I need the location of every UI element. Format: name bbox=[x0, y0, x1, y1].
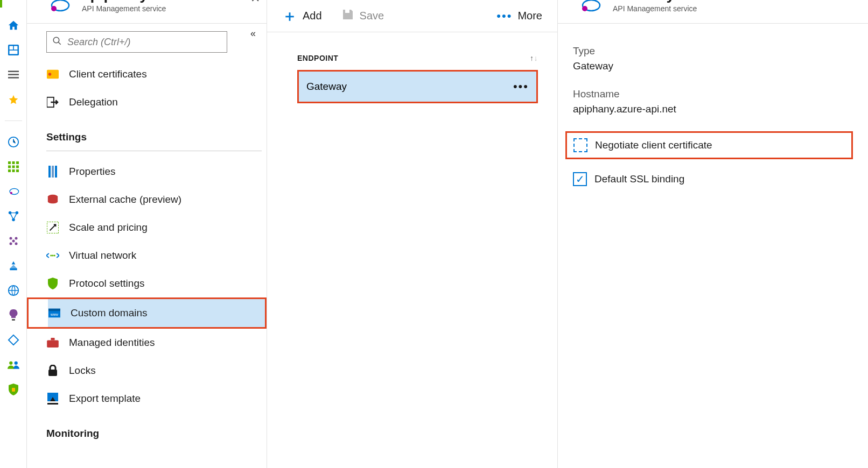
nav-item-label: Export template bbox=[69, 393, 141, 405]
list-icon[interactable] bbox=[8, 69, 19, 81]
nav-item-label: Delegation bbox=[69, 96, 118, 108]
dashboard-icon[interactable] bbox=[8, 44, 19, 56]
svg-rect-38 bbox=[48, 166, 51, 178]
nav-virtual-network[interactable]: Virtual network bbox=[46, 242, 267, 270]
nav-export-template[interactable]: Export template bbox=[46, 385, 267, 413]
resource-nav-column: apiphany - Custom domains API Management… bbox=[27, 0, 267, 468]
detail-title: Gateway bbox=[613, 0, 697, 3]
svg-point-36 bbox=[48, 73, 52, 76]
svg-rect-10 bbox=[16, 161, 19, 164]
collapse-nav-button[interactable]: « bbox=[250, 28, 256, 39]
nav-header: apiphany - Custom domains API Management… bbox=[27, 0, 267, 24]
close-button[interactable]: ✕ bbox=[248, 0, 262, 8]
default-ssl-row: ✓ Default SSL binding bbox=[573, 172, 853, 186]
svg-rect-1 bbox=[9, 46, 13, 50]
svg-point-45 bbox=[54, 254, 55, 256]
shield-icon[interactable] bbox=[8, 384, 19, 395]
negotiate-label: Negotiate client certificate bbox=[595, 139, 712, 151]
type-value: Gateway bbox=[573, 60, 853, 72]
negotiate-client-cert-checkbox[interactable] bbox=[573, 138, 587, 152]
cloud-icon[interactable] bbox=[8, 186, 19, 197]
type-label: Type bbox=[573, 45, 853, 57]
left-icon-rail bbox=[0, 0, 27, 468]
svg-point-23 bbox=[15, 237, 17, 240]
svg-rect-3 bbox=[9, 51, 17, 54]
nav-protocol-settings[interactable]: Protocol settings bbox=[46, 270, 267, 297]
more-button[interactable]: ••• More bbox=[496, 9, 542, 23]
nav-section-settings: Settings bbox=[46, 116, 267, 146]
vnet-icon bbox=[46, 249, 59, 262]
properties-icon bbox=[46, 165, 59, 178]
nav-item-label: External cache (preview) bbox=[69, 194, 181, 205]
svg-rect-2 bbox=[13, 46, 17, 50]
save-button[interactable]: Save bbox=[341, 8, 384, 24]
grid-apps-icon[interactable] bbox=[8, 161, 19, 173]
nav-locks[interactable]: Locks bbox=[46, 357, 267, 385]
svg-point-25 bbox=[15, 243, 17, 245]
storage-icon[interactable] bbox=[8, 260, 19, 272]
export-icon bbox=[46, 392, 59, 405]
nav-item-label: Protocol settings bbox=[69, 278, 144, 289]
svg-rect-12 bbox=[12, 166, 15, 168]
row-context-menu-button[interactable]: ••• bbox=[513, 80, 529, 94]
svg-point-30 bbox=[14, 361, 17, 365]
search-icon bbox=[52, 36, 62, 48]
protocol-icon bbox=[46, 277, 59, 290]
endpoint-list-column: ＋ Add Save ••• More ENDPOINT ↑↓ Gateway … bbox=[267, 0, 558, 468]
nav-item-label: Locks bbox=[69, 365, 96, 377]
svg-point-29 bbox=[9, 361, 12, 365]
lightbulb-icon[interactable] bbox=[8, 309, 19, 321]
users-icon[interactable] bbox=[8, 359, 19, 371]
svg-rect-16 bbox=[16, 169, 19, 172]
globe-icon[interactable] bbox=[8, 285, 19, 296]
clock-icon[interactable] bbox=[8, 136, 19, 148]
svg-point-44 bbox=[52, 254, 53, 256]
certificate-icon bbox=[46, 68, 59, 81]
svg-rect-31 bbox=[12, 388, 15, 392]
svg-point-34 bbox=[53, 37, 59, 43]
nav-search[interactable] bbox=[46, 31, 227, 53]
svg-rect-9 bbox=[12, 161, 15, 164]
search-input[interactable] bbox=[67, 37, 221, 48]
default-ssl-checkbox[interactable]: ✓ bbox=[573, 172, 587, 186]
nav-section-monitoring: Monitoring bbox=[46, 413, 267, 443]
add-button[interactable]: ＋ Add bbox=[282, 6, 322, 26]
svg-point-22 bbox=[9, 237, 12, 240]
network-icon[interactable] bbox=[8, 210, 19, 222]
svg-rect-47 bbox=[48, 309, 60, 311]
svg-rect-15 bbox=[12, 169, 15, 172]
nav-scale-pricing[interactable]: Scale and pricing bbox=[46, 214, 267, 242]
nav-separator bbox=[46, 151, 262, 151]
star-icon[interactable] bbox=[8, 94, 19, 105]
svg-rect-6 bbox=[8, 77, 19, 79]
default-ssl-label: Default SSL binding bbox=[594, 173, 684, 185]
nav-external-cache[interactable]: External cache (preview) bbox=[46, 186, 267, 214]
briefcase-icon bbox=[46, 336, 59, 349]
nav-item-label: Scale and pricing bbox=[69, 222, 148, 233]
nav-properties[interactable]: Properties bbox=[46, 158, 267, 186]
detail-body: Type Gateway Hostname apiphany.azure-api… bbox=[558, 24, 868, 199]
svg-rect-51 bbox=[48, 370, 57, 376]
home-icon[interactable] bbox=[8, 19, 19, 31]
nav-custom-domains[interactable]: www Custom domains bbox=[48, 299, 265, 327]
svg-text:www: www bbox=[50, 313, 58, 316]
nav-client-certificates[interactable]: Client certificates bbox=[46, 60, 267, 88]
endpoint-name: Gateway bbox=[306, 81, 347, 93]
table-header-row[interactable]: ENDPOINT ↑↓ bbox=[297, 54, 538, 70]
nav-delegation[interactable]: Delegation bbox=[46, 88, 267, 116]
highlight-custom-domains: www Custom domains bbox=[27, 297, 267, 329]
svg-rect-14 bbox=[8, 169, 11, 172]
nav-item-label: Virtual network bbox=[69, 250, 136, 261]
highlight-gateway-row: Gateway ••• bbox=[297, 70, 538, 103]
diamond-icon[interactable] bbox=[8, 334, 19, 346]
cluster-icon[interactable] bbox=[8, 235, 19, 247]
svg-rect-49 bbox=[47, 341, 59, 348]
table-row[interactable]: Gateway ••• bbox=[299, 72, 536, 102]
nav-managed-identities[interactable]: Managed identities bbox=[46, 329, 267, 357]
detail-subtitle: API Management service bbox=[613, 4, 697, 13]
endpoint-table: ENDPOINT ↑↓ Gateway ••• bbox=[267, 32, 557, 103]
svg-rect-13 bbox=[16, 166, 19, 168]
sort-icon[interactable]: ↑↓ bbox=[530, 54, 538, 62]
svg-rect-50 bbox=[51, 338, 54, 341]
nav-item-label: Managed identities bbox=[69, 337, 155, 349]
